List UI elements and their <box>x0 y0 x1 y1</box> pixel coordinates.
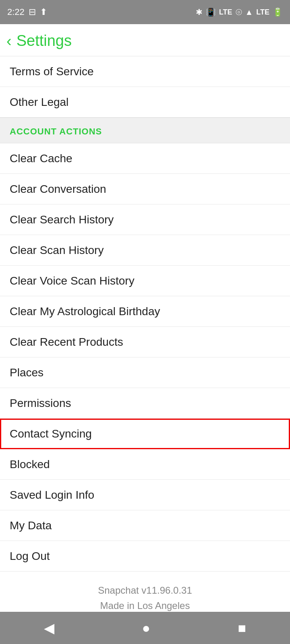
menu-item-blocked[interactable]: Blocked <box>0 449 290 480</box>
menu-item-clear-my-astrological-birthday[interactable]: Clear My Astrological Birthday <box>0 296 290 327</box>
menu-item-clear-recent-products[interactable]: Clear Recent Products <box>0 327 290 357</box>
nav-bar: ◀ ● ■ <box>0 612 290 644</box>
menu-item-label: Clear Recent Products <box>10 336 123 349</box>
menu-item-clear-scan-history[interactable]: Clear Scan History <box>0 235 290 266</box>
menu-items-container: Clear CacheClear ConversationClear Searc… <box>0 143 290 572</box>
footer-line1: Snapchat v11.96.0.31 <box>8 583 282 598</box>
menu-item-other-legal[interactable]: Other Legal <box>0 87 290 118</box>
settings-list: Terms of Service Other Legal ACCOUNT ACT… <box>0 56 290 644</box>
menu-item-label: Terms of Service <box>10 65 94 78</box>
menu-item-label: Clear Conversation <box>10 183 106 196</box>
menu-item-my-data[interactable]: My Data <box>0 510 290 541</box>
menu-item-log-out[interactable]: Log Out <box>0 541 290 572</box>
page-title: Settings <box>17 32 72 50</box>
notification-icon: ⊟ <box>29 7 36 17</box>
back-nav-button[interactable]: ◀ <box>44 620 54 636</box>
vibrate-icon: 📳 <box>206 7 216 17</box>
menu-item-saved-login-info[interactable]: Saved Login Info <box>0 480 290 510</box>
menu-item-clear-conversation[interactable]: Clear Conversation <box>0 174 290 204</box>
menu-item-label: Places <box>10 366 44 379</box>
menu-item-places[interactable]: Places <box>0 357 290 388</box>
menu-item-clear-cache[interactable]: Clear Cache <box>0 143 290 174</box>
signal-icon: ▲ <box>245 8 253 17</box>
menu-item-contact-syncing[interactable]: Contact Syncing <box>0 419 290 449</box>
status-left: 2:22 ⊟ ⬆ <box>7 7 47 17</box>
recent-nav-button[interactable]: ■ <box>238 620 246 636</box>
account-actions-section-header: ACCOUNT ACTIONS <box>0 118 290 143</box>
section-header-label: ACCOUNT ACTIONS <box>10 126 102 136</box>
lte-icon: LTE <box>219 8 232 17</box>
menu-item-label: Log Out <box>10 550 50 563</box>
lte2-icon: LTE <box>256 8 269 17</box>
menu-item-label: My Data <box>10 519 52 532</box>
menu-item-clear-voice-scan-history[interactable]: Clear Voice Scan History <box>0 266 290 296</box>
menu-item-label: Blocked <box>10 458 50 471</box>
menu-item-label: Permissions <box>10 397 71 410</box>
menu-item-label: Clear Voice Scan History <box>10 275 135 287</box>
home-nav-button[interactable]: ● <box>142 620 150 636</box>
upload-icon: ⬆ <box>40 7 47 17</box>
menu-item-terms-of-service[interactable]: Terms of Service <box>0 56 290 87</box>
menu-item-label: Contact Syncing <box>10 427 92 440</box>
battery-icon: 🔋 <box>273 7 283 17</box>
menu-item-permissions[interactable]: Permissions <box>0 388 290 419</box>
menu-item-label: Clear Cache <box>10 152 72 165</box>
menu-item-label: Other Legal <box>10 96 68 109</box>
time-display: 2:22 <box>7 7 25 17</box>
bluetooth-icon: ✱ <box>196 7 203 17</box>
menu-item-clear-search-history[interactable]: Clear Search History <box>0 204 290 235</box>
wifi-icon: ⦾ <box>236 8 242 17</box>
status-bar: 2:22 ⊟ ⬆ ✱ 📳 LTE ⦾ ▲ LTE 🔋 <box>0 0 290 24</box>
menu-item-label: Clear Search History <box>10 213 114 226</box>
settings-header: ‹ Settings <box>0 24 290 56</box>
menu-item-label: Clear Scan History <box>10 244 104 257</box>
status-right: ✱ 📳 LTE ⦾ ▲ LTE 🔋 <box>196 7 283 17</box>
menu-item-label: Clear My Astrological Birthday <box>10 305 160 318</box>
menu-item-label: Saved Login Info <box>10 489 94 502</box>
back-button[interactable]: ‹ <box>6 33 12 49</box>
